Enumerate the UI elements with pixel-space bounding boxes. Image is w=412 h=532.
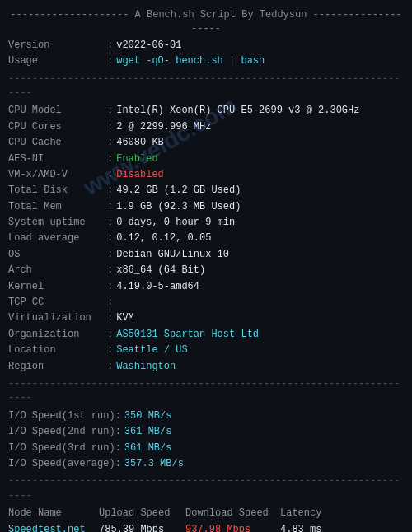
script-header: -------------------- A Bench.sh Script B… — [8, 8, 404, 37]
io-run1-label: I/O Speed(1st run) — [8, 409, 115, 423]
io-run1-row: I/O Speed(1st run) : 350 MB/s — [8, 409, 404, 423]
total-disk-row: Total Disk : 49.2 GB (1.2 GB Used) — [8, 184, 404, 198]
speed-table: Node Name Upload Speed Download Speed La… — [8, 506, 404, 532]
arch-row: Arch : x86_64 (64 Bit) — [8, 264, 404, 278]
cpu-cache-value: 46080 KB — [116, 136, 164, 150]
vm-row: VM-x/AMD-V : Disabled — [8, 168, 404, 182]
load-row: Load average : 0.12, 0.12, 0.05 — [8, 231, 404, 245]
io-run2-row: I/O Speed(2nd run) : 361 MB/s — [8, 425, 404, 439]
virt-label: Virtualization — [8, 311, 107, 325]
cpu-cores-row: CPU Cores : 2 @ 2299.996 MHz — [8, 120, 404, 134]
divider-2: ----------------------------------------… — [8, 377, 404, 406]
uptime-label: System uptime — [8, 216, 107, 230]
cpu-cores-label: CPU Cores — [8, 120, 107, 134]
load-value: 0.12, 0.12, 0.05 — [116, 231, 211, 245]
os-row: OS : Debian GNU/Linux 10 — [8, 248, 404, 262]
location-value: Seattle / US — [116, 343, 187, 357]
vm-value: Disabled — [116, 168, 164, 182]
org-value: AS50131 Spartan Host Ltd — [116, 328, 259, 342]
io-avg-value: 357.3 MB/s — [124, 457, 184, 471]
version-row: Version : v2022-06-01 — [8, 39, 404, 53]
kernel-row: Kernel : 4.19.0-5-amd64 — [8, 280, 404, 294]
cpu-cache-label: CPU Cache — [8, 136, 107, 150]
total-mem-row: Total Mem : 1.9 GB (92.3 MB Used) — [8, 200, 404, 214]
vm-label: VM-x/AMD-V — [8, 168, 107, 182]
tcp-row: TCP CC : — [8, 296, 404, 310]
uptime-row: System uptime : 0 days, 0 hour 9 min — [8, 216, 404, 230]
io-avg-label: I/O Speed(average) — [8, 457, 115, 471]
os-label: OS — [8, 248, 107, 262]
virt-value: KVM — [116, 311, 134, 325]
divider-1: ----------------------------------------… — [8, 72, 404, 101]
aes-value: Enabled — [116, 152, 157, 166]
region-row: Region : Washington — [8, 360, 404, 374]
col-header-upload: Upload Speed — [99, 506, 185, 520]
io-run1-value: 350 MB/s — [124, 409, 172, 423]
cpu-model-value: Intel(R) Xeon(R) CPU E5-2699 v3 @ 2.30GH… — [116, 104, 359, 118]
org-label: Organization — [8, 328, 107, 342]
col-header-download: Download Speed — [185, 506, 280, 520]
total-mem-value: 1.9 GB (92.3 MB Used) — [116, 200, 241, 214]
tcp-label: TCP CC — [8, 296, 107, 310]
os-value: Debian GNU/Linux 10 — [116, 248, 229, 262]
version-value: v2022-06-01 — [116, 39, 181, 53]
total-disk-label: Total Disk — [8, 184, 107, 198]
col-header-latency: Latency — [280, 506, 346, 520]
location-row: Location : Seattle / US — [8, 343, 404, 357]
arch-label: Arch — [8, 264, 107, 278]
version-label: Version — [8, 39, 107, 53]
kernel-label: Kernel — [8, 280, 107, 294]
speed-download: 937.98 Mbps — [185, 523, 280, 533]
io-run3-label: I/O Speed(3rd run) — [8, 441, 115, 455]
arch-value: x86_64 (64 Bit) — [116, 264, 205, 278]
col-header-node: Node Name — [8, 506, 99, 520]
region-value: Washington — [116, 360, 176, 374]
speed-table-header: Node Name Upload Speed Download Speed La… — [8, 506, 404, 520]
aes-row: AES-NI : Enabled — [8, 152, 404, 166]
io-run3-row: I/O Speed(3rd run) : 361 MB/s — [8, 441, 404, 455]
io-run3-value: 361 MB/s — [124, 441, 172, 455]
total-mem-label: Total Mem — [8, 200, 107, 214]
cpu-model-row: CPU Model : Intel(R) Xeon(R) CPU E5-2699… — [8, 104, 404, 118]
cpu-model-label: CPU Model — [8, 104, 107, 118]
speed-node: Speedtest.net — [8, 523, 99, 533]
usage-label: Usage — [8, 54, 107, 68]
org-row: Organization : AS50131 Spartan Host Ltd — [8, 328, 404, 342]
location-label: Location — [8, 343, 107, 357]
table-row: Speedtest.net 785.39 Mbps 937.98 Mbps 4.… — [8, 523, 404, 533]
speed-upload: 785.39 Mbps — [99, 523, 185, 533]
cpu-cores-value: 2 @ 2299.996 MHz — [116, 120, 211, 134]
io-run2-value: 361 MB/s — [124, 425, 172, 439]
region-label: Region — [8, 360, 107, 374]
cpu-cache-row: CPU Cache : 46080 KB — [8, 136, 404, 150]
io-avg-row: I/O Speed(average) : 357.3 MB/s — [8, 457, 404, 471]
load-label: Load average — [8, 231, 107, 245]
usage-value: wget -qO- bench.sh | bash — [116, 54, 265, 68]
divider-3: ----------------------------------------… — [8, 474, 404, 503]
uptime-value: 0 days, 0 hour 9 min — [116, 216, 235, 230]
aes-label: AES-NI — [8, 152, 107, 166]
io-run2-label: I/O Speed(2nd run) — [8, 425, 115, 439]
total-disk-value: 49.2 GB (1.2 GB Used) — [116, 184, 241, 198]
usage-row: Usage : wget -qO- bench.sh | bash — [8, 54, 404, 68]
virt-row: Virtualization : KVM — [8, 311, 404, 325]
speed-latency: 4.83 ms — [280, 523, 346, 533]
kernel-value: 4.19.0-5-amd64 — [116, 280, 199, 294]
